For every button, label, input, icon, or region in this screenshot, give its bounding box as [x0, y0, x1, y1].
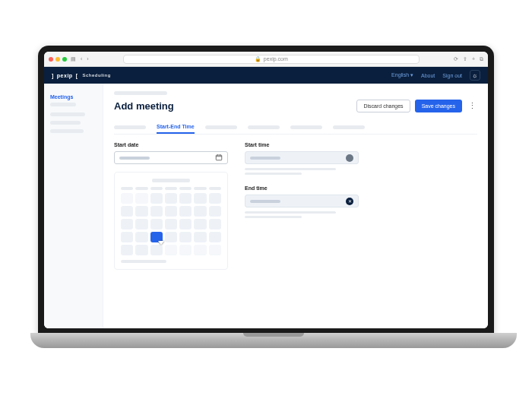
laptop-base: [30, 333, 517, 348]
nav-back-icon[interactable]: ‹: [81, 56, 82, 62]
calendar-icon: [215, 154, 223, 163]
logo-bracket-icon: ]: [52, 73, 54, 78]
product-name: Scheduling: [82, 73, 110, 78]
browser-toolbar: ▤ ‹ › 🔒 pexip.com ⟳ ⇪ + ⧉: [44, 52, 488, 67]
calendar-day[interactable]: [121, 232, 133, 242]
calendar-day[interactable]: [179, 245, 192, 255]
calendar-day[interactable]: [209, 193, 221, 204]
helper-text: [245, 211, 359, 218]
url-text: pexip.com: [264, 56, 288, 62]
calendar-day[interactable]: [135, 219, 147, 230]
calendar-weekday-row: [121, 187, 221, 190]
app-header: ] pexip [ Scheduling English ▾ About Sig…: [44, 67, 488, 84]
save-changes-button[interactable]: Save changes: [415, 100, 462, 112]
tab-start-end-time[interactable]: Start-End Time: [157, 120, 195, 134]
clock-icon: [346, 154, 353, 162]
logo-bracket-icon: [: [76, 73, 78, 78]
nav-forward-icon[interactable]: ›: [87, 56, 88, 62]
calendar-footer: [121, 260, 166, 263]
calendar-day[interactable]: [135, 206, 147, 217]
new-tab-icon[interactable]: +: [472, 56, 475, 62]
input-placeholder: [250, 200, 280, 203]
calendar-day[interactable]: [135, 193, 147, 204]
calendar-day[interactable]: [179, 193, 192, 204]
start-time-label: Start time: [245, 142, 359, 147]
calendar-day[interactable]: [194, 245, 206, 255]
calendar-day[interactable]: [165, 232, 177, 242]
calendar-day[interactable]: [135, 232, 147, 242]
calendar-day[interactable]: [209, 206, 221, 217]
tabs-icon[interactable]: ⧉: [480, 56, 483, 62]
share-icon[interactable]: ⇪: [463, 56, 467, 62]
sidebar-item-placeholder: [50, 103, 76, 106]
calendar-day[interactable]: [121, 219, 133, 230]
signout-link[interactable]: Sign out: [442, 73, 462, 78]
main-content: Add meeting Discard changes Save changes…: [103, 84, 488, 328]
input-placeholder: [250, 157, 280, 160]
clear-icon[interactable]: ✕: [346, 198, 353, 205]
tab-bar: Start-End Time: [114, 120, 477, 135]
sidebar-item-placeholder: [50, 121, 81, 125]
tab-placeholder[interactable]: [248, 120, 280, 134]
calendar-day[interactable]: [150, 206, 163, 217]
calendar-day[interactable]: [179, 219, 192, 230]
tab-placeholder[interactable]: [333, 120, 365, 134]
calendar-day[interactable]: [209, 232, 221, 242]
lock-icon: 🔒: [255, 56, 261, 62]
address-bar[interactable]: 🔒 pexip.com: [123, 55, 420, 64]
start-time-input[interactable]: [245, 151, 359, 164]
tab-placeholder[interactable]: [114, 120, 146, 134]
tab-placeholder[interactable]: [290, 120, 322, 134]
chevron-down-icon: ▾: [410, 72, 413, 78]
about-link[interactable]: About: [421, 73, 435, 78]
date-picker: [114, 172, 228, 270]
close-window-icon[interactable]: [49, 57, 53, 62]
sidebar-item-placeholder: [50, 129, 84, 133]
brand-logo[interactable]: ] pexip [ Scheduling: [52, 73, 111, 78]
appearance-toggle[interactable]: ☼: [470, 70, 480, 81]
calendar-day[interactable]: [165, 206, 177, 217]
calendar-day[interactable]: [165, 219, 177, 230]
calendar-day[interactable]: [194, 219, 206, 230]
calendar-day[interactable]: [209, 219, 221, 230]
calendar-day[interactable]: [194, 206, 206, 217]
language-selector[interactable]: English ▾: [391, 72, 413, 78]
sidebar-toggle-icon[interactable]: ▤: [71, 56, 76, 62]
calendar-day[interactable]: [121, 245, 133, 255]
calendar-day[interactable]: [121, 193, 133, 204]
calendar-day[interactable]: [165, 193, 177, 204]
start-date-label: Start date: [114, 142, 228, 147]
sidebar-item-placeholder: [50, 112, 85, 116]
calendar-day[interactable]: [179, 232, 192, 242]
calendar-day[interactable]: [150, 245, 163, 255]
reload-icon[interactable]: ⟳: [454, 56, 458, 62]
tab-placeholder[interactable]: [205, 120, 237, 134]
svg-rect-0: [216, 155, 222, 160]
page-title: Add meeting: [114, 100, 174, 112]
calendar-day[interactable]: [135, 245, 147, 255]
calendar-day-selected[interactable]: [150, 232, 163, 242]
breadcrumb: [114, 91, 167, 95]
calendar-day[interactable]: [194, 232, 206, 242]
calendar-day[interactable]: [150, 219, 163, 230]
calendar-day[interactable]: [121, 206, 133, 217]
calendar-day[interactable]: [179, 206, 192, 217]
calendar-day[interactable]: [150, 193, 163, 204]
discard-changes-button[interactable]: Discard changes: [356, 100, 410, 112]
maximize-window-icon[interactable]: [62, 57, 67, 62]
input-placeholder: [119, 157, 150, 160]
start-date-input[interactable]: [114, 151, 228, 164]
calendar-day[interactable]: [194, 193, 206, 204]
end-time-input[interactable]: ✕: [245, 195, 359, 207]
window-controls: [49, 57, 67, 62]
minimize-window-icon[interactable]: [55, 57, 60, 62]
end-time-label: End time: [245, 185, 359, 191]
sidebar: Meetings: [44, 84, 103, 328]
brand-name: pexip: [57, 73, 73, 78]
calendar-day[interactable]: [209, 245, 221, 255]
more-actions-icon[interactable]: ⋮: [467, 101, 477, 111]
sidebar-item-meetings[interactable]: Meetings: [50, 91, 97, 103]
sun-icon: ☼: [472, 72, 477, 79]
helper-text: [245, 168, 359, 175]
calendar-day[interactable]: [165, 245, 177, 255]
